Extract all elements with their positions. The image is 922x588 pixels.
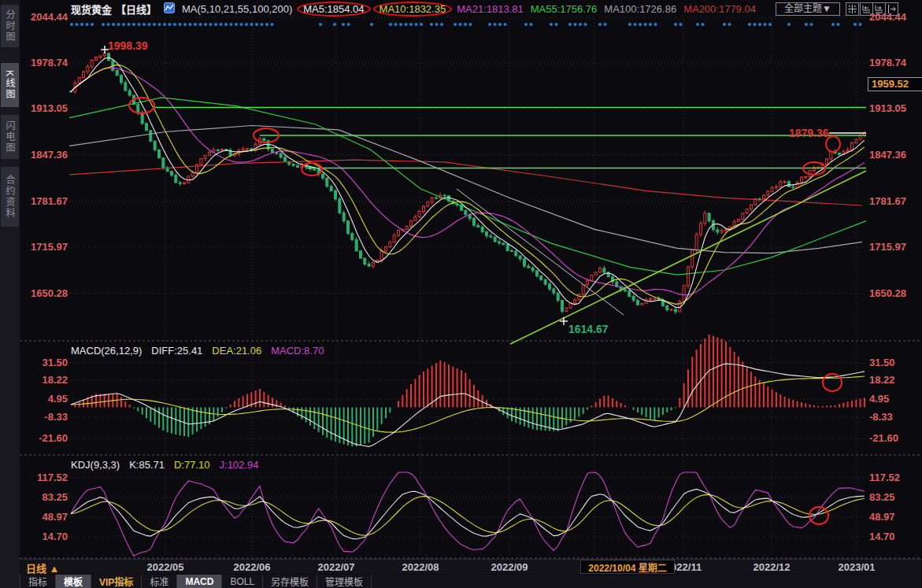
price-axis-label: 1781.67 — [869, 195, 906, 207]
tab-macd[interactable]: MACD — [177, 575, 222, 588]
sidebar-item-kline-chart[interactable]: K线图 — [1, 63, 19, 107]
month-label: 2022/12 — [754, 561, 791, 573]
kdj-axis-label: 48.97 — [22, 511, 68, 523]
instrument-name: 现货黄金 — [71, 2, 112, 17]
macd-title: MACD(26,12,9) — [71, 345, 142, 357]
swing-high-label: 1998.39 — [108, 39, 148, 52]
ma100-value: MA100:1726.86 — [604, 3, 676, 15]
price-axis-label: 1847.36 — [869, 149, 906, 161]
macd-axis-label: 4.95 — [22, 393, 68, 405]
macd-diff-value: DIFF:25.41 — [151, 345, 202, 357]
month-label: 2022/08 — [402, 561, 439, 573]
swing-low-label: 1614.67 — [568, 323, 609, 335]
compress-x-icon[interactable] — [860, 2, 873, 16]
sidebar-item-time-chart[interactable]: 分时图 — [1, 5, 19, 47]
theme-dropdown-button[interactable]: 全部主题▼ — [776, 2, 840, 16]
trading-app-window: 分时图 K线图 闪电图 合约资料 现货黄金 【日线】 MA(5,10,21,55… — [0, 0, 922, 588]
macd-axis-label: -8.33 — [22, 411, 68, 423]
price-axis-label: 1650.28 — [22, 287, 68, 299]
ma21-value: MA21:1813.81 — [457, 3, 524, 15]
kdj-axis-label: 83.25 — [869, 491, 895, 503]
sidebar-item-flash-chart[interactable]: 闪电图 — [1, 115, 19, 159]
price-axis-label: 1847.36 — [22, 149, 68, 161]
tab-templates[interactable]: 模板 — [56, 575, 91, 588]
price-axis-label: 1913.05 — [869, 102, 906, 114]
price-marker-badge: 1959.52 — [868, 77, 922, 91]
macd-axis-label: 18.22 — [22, 374, 68, 386]
price-axis-label: 2044.44 — [22, 11, 68, 23]
kdj-d-value: D:77.10 — [174, 459, 210, 471]
crosshair-icon[interactable] — [846, 2, 859, 16]
price-axis-label: 1978.74 — [869, 57, 906, 68]
kdj-axis-label: 83.25 — [22, 491, 68, 503]
kdj-axis-label: 14.70 — [869, 531, 895, 542]
macd-axis-label: 4.95 — [869, 393, 889, 405]
month-label: 2022/07 — [318, 561, 355, 573]
macd-axis-label: -21.60 — [869, 432, 898, 444]
month-label: 2022/06 — [234, 561, 271, 573]
macd-axis-label: 31.50 — [869, 357, 895, 368]
kdj-title: KDJ(9,3,3) — [71, 459, 120, 471]
period-selector[interactable]: 日线 ▲ — [26, 560, 59, 575]
chart-header: 现货黄金 【日线】 MA(5,10,21,55,100,200) MA5:185… — [71, 0, 756, 17]
macd-dea-value: DEA:21.06 — [212, 345, 261, 357]
ma5-value: MA5:1854.04 — [297, 2, 370, 17]
sidebar-item-contract-info[interactable]: 合约资料 — [1, 167, 19, 227]
left-sidebar: 分时图 K线图 闪电图 合约资料 — [0, 0, 20, 588]
kdj-axis-label: 117.52 — [22, 472, 68, 483]
bottom-tab-bar: 指标 模板 VIP指标 标准 MACD BOLL 另存模板 管理模板 — [20, 575, 922, 588]
macd-header: MACD(26,12,9) DIFF:25.41 DEA:21.06 MACD:… — [71, 345, 324, 357]
kdj-axis-label: 48.97 — [869, 511, 895, 523]
macd-axis-label: -8.33 — [869, 411, 893, 423]
month-label: 2023/01 — [839, 561, 876, 573]
price-axis-label: 1781.67 — [22, 195, 68, 207]
price-axis-label: 1913.05 — [22, 102, 68, 114]
kdj-k-value: K:85.71 — [129, 459, 165, 471]
macd-axis-label: 18.22 — [869, 374, 895, 386]
tab-boll[interactable]: BOLL — [222, 575, 263, 588]
price-axis-label: 1715.97 — [869, 241, 906, 253]
chart-type-icon[interactable] — [164, 2, 175, 16]
date-axis-row: 日线 ▲ 2022/05 2022/06 2022/07 2022/08 202… — [20, 559, 922, 574]
macd-axis-label: 31.50 — [22, 357, 68, 368]
macd-axis-label: -21.60 — [22, 432, 68, 444]
period-tag: 【日线】 — [116, 2, 157, 17]
date-tooltip: 2022/10/04 星期二 — [580, 560, 675, 574]
ma-config-label: MA(5,10,21,55,100,200) — [182, 3, 292, 15]
kdj-axis-label: 14.70 — [22, 531, 68, 542]
kdj-j-value: J:102.94 — [220, 459, 259, 471]
price-axis-label: 1650.28 — [869, 287, 906, 299]
pan-right-icon[interactable] — [885, 2, 898, 16]
kdj-axis-label: 117.52 — [869, 472, 900, 483]
tab-manage-template[interactable]: 管理模板 — [317, 575, 372, 588]
month-label: 2022/05 — [147, 561, 184, 573]
tab-standard[interactable]: 标准 — [142, 575, 177, 588]
month-label: 2022/09 — [491, 561, 528, 573]
expand-x-icon[interactable] — [872, 2, 886, 16]
kdj-header: KDJ(9,3,3) K:85.71 D:77.10 J:102.94 — [71, 459, 258, 471]
tab-save-template[interactable]: 另存模板 — [263, 575, 317, 588]
ma55-value: MA55:1756.76 — [531, 3, 598, 15]
macd-value: MACD:8.70 — [271, 345, 324, 357]
recent-high-label: 1879.36 — [789, 127, 829, 139]
ma10-value: MA10:1832.35 — [373, 2, 453, 17]
chart-canvas — [0, 0, 922, 588]
price-axis-label: 1715.97 — [22, 241, 68, 253]
tab-vip-indicators[interactable]: VIP指标 — [91, 575, 142, 588]
ma200-value: MA200:1779.04 — [683, 3, 756, 15]
price-axis-label: 1978.74 — [22, 57, 68, 68]
tab-indicators[interactable]: 指标 — [20, 575, 56, 588]
